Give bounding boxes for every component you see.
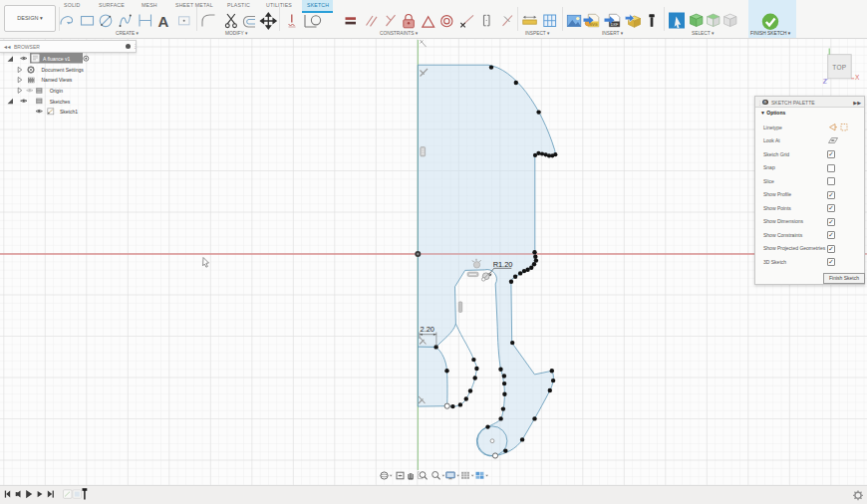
svg-text:Sketches: Sketches [50,99,71,105]
svg-text:A fluance v1: A fluance v1 [43,56,70,62]
svg-text:TOP: TOP [832,64,846,71]
svg-text:2.20: 2.20 [421,325,434,334]
svg-text:Sketch1: Sketch1 [60,109,78,115]
svg-text:A: A [157,13,168,30]
svg-text:Document Settings: Document Settings [42,67,85,73]
svg-text:DXF: DXF [611,23,619,27]
svg-text:Origin: Origin [50,88,64,94]
svg-text:Named Views: Named Views [42,77,73,83]
svg-text:X: X [855,74,860,81]
svg-text:R1.20: R1.20 [493,260,513,269]
